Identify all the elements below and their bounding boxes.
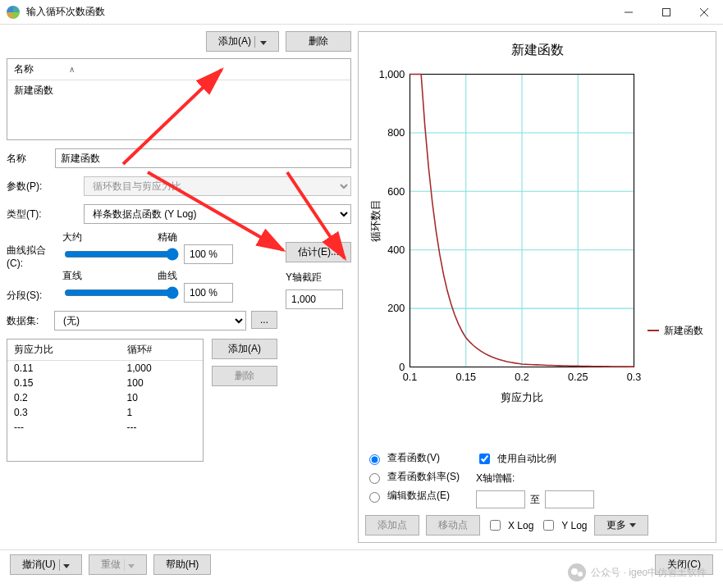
table-add-button[interactable]: 添加(A) <box>212 339 277 359</box>
svg-text:200: 200 <box>387 303 405 314</box>
sort-indicator-icon: ∧ <box>69 65 75 74</box>
delete-button-label: 删除 <box>309 34 328 48</box>
fit-area: 曲线拟合(C): 分段(S): 大约 精确 <box>7 230 351 462</box>
svg-text:1,000: 1,000 <box>379 69 405 80</box>
table-delete-button: 删除 <box>212 366 277 386</box>
chart-title: 新建函数 <box>365 42 709 59</box>
fit-slider[interactable] <box>64 248 179 261</box>
window-title: 输入循环次数函数 <box>26 5 610 19</box>
chart-buttons: 添加点 移动点 X Log Y Log 更多 <box>365 515 709 536</box>
ylog-check[interactable]: Y Log <box>540 517 587 533</box>
svg-text:0.1: 0.1 <box>403 371 418 383</box>
estimate-button[interactable]: 估计(E)... <box>286 242 351 262</box>
seg-slider-group: 直线 曲线 <box>62 269 277 303</box>
col2-header[interactable]: 循环# <box>121 340 203 361</box>
legend-label: 新建函数 <box>664 324 703 338</box>
param-select: 循环数目与剪应力比 <box>84 176 351 196</box>
dataset-row: 数据集: (无) ... <box>7 311 277 330</box>
svg-text:0.15: 0.15 <box>455 371 476 383</box>
maximize-button[interactable] <box>647 0 685 25</box>
view-slope-radio[interactable]: 查看函数斜率(S) <box>365 470 460 484</box>
footer: 撤消(U) 重做 帮助(H) 关闭(C) <box>0 549 723 579</box>
seg-slider[interactable] <box>64 286 179 299</box>
y-intercept-input[interactable] <box>286 289 343 309</box>
chevron-down-icon[interactable] <box>59 559 70 571</box>
approx-label: 大约 <box>62 230 82 244</box>
name-input[interactable] <box>55 148 351 168</box>
list-header-label: 名称 <box>14 63 34 75</box>
auto-scale-check[interactable]: 使用自动比例 <box>476 451 594 467</box>
svg-text:0.25: 0.25 <box>568 371 588 383</box>
dataset-select[interactable]: (无) <box>54 311 246 330</box>
chevron-down-icon[interactable] <box>254 36 267 48</box>
to-label: 至 <box>530 493 540 507</box>
legend-swatch <box>647 330 659 331</box>
table-row: ------ <box>7 420 203 435</box>
help-button[interactable]: 帮助(H) <box>153 554 212 575</box>
xlog-check[interactable]: X Log <box>487 517 533 533</box>
svg-text:400: 400 <box>387 244 405 256</box>
close-button[interactable] <box>685 0 723 25</box>
undo-button[interactable]: 撤消(U) <box>10 554 82 575</box>
estimate-box: 估计(E)... Y轴截距 <box>286 230 351 462</box>
function-list[interactable]: 名称 ∧ 新建函数 <box>7 58 351 140</box>
svg-text:0.3: 0.3 <box>627 371 642 383</box>
left-panel: 添加(A) 删除 名称 ∧ 新建函数 名称 参数(P): 循环数目与剪应力比 <box>7 31 351 543</box>
seg-pct-input[interactable] <box>184 283 233 303</box>
table-row: 0.31 <box>7 405 203 420</box>
x-max-input[interactable] <box>545 490 594 508</box>
edit-points-radio[interactable]: 编辑数据点(E) <box>365 489 460 503</box>
table-row: 0.15100 <box>7 376 203 390</box>
window-controls <box>610 0 723 25</box>
list-item[interactable]: 新建函数 <box>7 80 350 101</box>
fit-label: 曲线拟合(C): <box>7 244 56 269</box>
svg-text:800: 800 <box>387 127 405 139</box>
svg-marker-30 <box>629 523 636 527</box>
delete-button[interactable]: 删除 <box>286 31 351 52</box>
svg-text:循环数目: 循环数目 <box>370 199 382 242</box>
fit-pct-input[interactable] <box>184 244 233 264</box>
svg-rect-1 <box>663 8 670 16</box>
type-label: 类型(T): <box>7 207 56 221</box>
titlebar: 输入循环次数函数 <box>0 0 723 25</box>
app-icon <box>7 6 20 19</box>
svg-text:0: 0 <box>399 362 405 373</box>
add-button-label: 添加(A) <box>218 34 251 48</box>
add-button[interactable]: 添加(A) <box>206 31 279 52</box>
svg-marker-4 <box>260 41 267 45</box>
svg-text:600: 600 <box>387 186 405 198</box>
x-amp-label: X轴増幅: <box>476 472 594 485</box>
more-button[interactable]: 更多 <box>594 515 648 536</box>
top-buttons: 添加(A) 删除 <box>7 31 351 52</box>
param-row: 参数(P): 循环数目与剪应力比 <box>7 176 351 196</box>
curve-label: 曲线 <box>158 269 177 283</box>
chart-panel: 新建函数 0.10.150.20.250.302004006008001,000… <box>358 31 716 543</box>
y-intercept-label: Y轴截距 <box>286 271 351 285</box>
svg-marker-31 <box>63 564 70 568</box>
chart-legend: 新建函数 <box>647 213 703 448</box>
move-point-button: 移动点 <box>426 515 480 536</box>
data-table[interactable]: 剪应力比 循环# 0.111,000 0.15100 0.210 0.31 --… <box>7 339 204 462</box>
col1-header[interactable]: 剪应力比 <box>7 340 121 361</box>
view-function-radio[interactable]: 查看函数(V) <box>365 451 460 465</box>
x-min-input[interactable] <box>476 490 525 508</box>
redo-button: 重做 <box>89 554 147 575</box>
fit-slider-group: 大约 精确 <box>62 230 277 264</box>
view-options: 查看函数(V) 查看函数斜率(S) 编辑数据点(E) 使用自动比例 X轴増幅: … <box>365 451 709 508</box>
list-header[interactable]: 名称 ∧ <box>7 59 350 80</box>
svg-text:0.2: 0.2 <box>515 371 529 383</box>
chevron-down-icon <box>124 559 135 571</box>
name-row: 名称 <box>7 148 351 168</box>
dataset-label: 数据集: <box>7 314 48 328</box>
table-row: 0.111,000 <box>7 361 203 376</box>
minimize-button[interactable] <box>610 0 647 25</box>
type-row: 类型(T): 样条数据点函数 (Y Log) <box>7 204 351 224</box>
type-select[interactable]: 样条数据点函数 (Y Log) <box>84 204 351 224</box>
dataset-browse-button[interactable]: ... <box>251 311 277 329</box>
table-row: 0.210 <box>7 390 203 405</box>
exact-label: 精确 <box>158 230 177 244</box>
line-label: 直线 <box>62 269 82 283</box>
chart-area: 0.10.150.20.250.302004006008001,000剪应力比循… <box>365 66 709 448</box>
close-footer-button[interactable]: 关闭(C) <box>655 554 713 575</box>
param-label: 参数(P): <box>7 180 56 194</box>
